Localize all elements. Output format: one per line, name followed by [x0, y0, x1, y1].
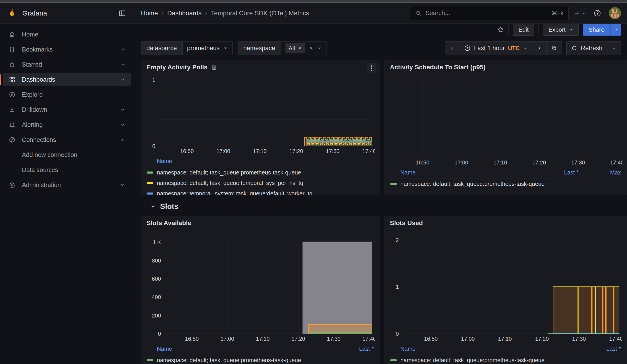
- panel-legend: NameLast *namespace: default; task_queue…: [384, 343, 627, 364]
- sidebar-item-data-sources[interactable]: Data sources: [3, 163, 131, 177]
- sidebar-toggle-icon[interactable]: [118, 9, 126, 17]
- legend-column-header[interactable]: Name: [157, 158, 374, 164]
- sidebar-item-bookmarks[interactable]: Bookmarks: [3, 43, 131, 56]
- svg-text:17:40: 17:40: [610, 159, 623, 166]
- search-icon: [416, 10, 422, 16]
- panel-header[interactable]: Slots Used: [384, 216, 627, 230]
- timezone-label: UTC: [508, 45, 520, 52]
- sidebar-item-explore[interactable]: Explore: [3, 88, 131, 101]
- namespace-chip[interactable]: All: [285, 43, 305, 53]
- svg-text:1 K: 1 K: [153, 239, 161, 245]
- sidebar-item-label: Connections: [22, 136, 56, 144]
- sidebar-item-label: Data sources: [22, 166, 58, 174]
- user-avatar[interactable]: [609, 7, 621, 19]
- gear-icon: [9, 182, 16, 188]
- breadcrumb-dashboards[interactable]: Dashboards: [167, 9, 202, 17]
- sidebar-item-add-new-connection[interactable]: Add new connection: [3, 148, 131, 161]
- svg-text:16:50: 16:50: [424, 336, 438, 342]
- share-button[interactable]: Share: [583, 24, 611, 36]
- edit-button[interactable]: Edit: [513, 24, 534, 36]
- chevron-down-icon[interactable]: [120, 47, 125, 52]
- panel-description-icon[interactable]: [211, 64, 217, 70]
- sidebar-item-home[interactable]: Home: [3, 28, 131, 41]
- legend-column-header[interactable]: Name: [157, 346, 331, 352]
- chevron-down-icon[interactable]: [120, 122, 125, 127]
- svg-text:17:00: 17:00: [455, 159, 468, 166]
- legend-row[interactable]: namespace: temporal_system; task_queue:d…: [147, 188, 374, 195]
- svg-text:16:50: 16:50: [416, 159, 429, 166]
- legend-row[interactable]: namespace: default; task_queue:temporal_…: [147, 178, 374, 188]
- panel-header[interactable]: Slots Available: [141, 216, 380, 230]
- sidebar-item-label: Administration: [22, 182, 61, 189]
- chevron-down-icon[interactable]: [120, 62, 125, 67]
- add-button[interactable]: [574, 10, 586, 17]
- chevron-down-icon: [568, 27, 573, 32]
- legend-column-header[interactable]: Last *: [331, 346, 374, 352]
- sidebar-item-label: Starred: [22, 61, 42, 68]
- share-dropdown-button[interactable]: [611, 24, 621, 36]
- zoom-out-time-button[interactable]: [546, 42, 562, 55]
- sidebar-item-label: Add new connection: [22, 152, 77, 158]
- svg-text:17:20: 17:20: [535, 336, 549, 342]
- grafana-logo-icon[interactable]: [7, 8, 17, 18]
- legend-column-header[interactable]: Name: [400, 169, 536, 176]
- panel-title: Slots Available: [146, 219, 191, 227]
- legend-column-header[interactable]: Max: [579, 169, 621, 176]
- panel-header[interactable]: Empty Activity Polls: [141, 60, 380, 74]
- legend-row[interactable]: namespace: default; task_queue:prometheu…: [390, 179, 621, 189]
- legend-column-header[interactable]: Name: [400, 346, 579, 352]
- export-button[interactable]: Export: [543, 24, 578, 36]
- time-series-chart[interactable]: 16:5017:0017:1017:2017:3017:40: [389, 75, 623, 166]
- chevron-down-icon[interactable]: [120, 77, 125, 82]
- panel-menu-button[interactable]: [367, 63, 376, 73]
- chevron-down-icon[interactable]: [120, 107, 125, 112]
- search-input[interactable]: Search... ⌘+k: [410, 6, 569, 20]
- legend-column-header[interactable]: Last *: [579, 346, 621, 352]
- time-shift-back-button[interactable]: [445, 42, 459, 55]
- time-series-chart[interactable]: 16:5017:0017:1017:2017:3017:4001: [146, 75, 375, 155]
- namespace-select[interactable]: All: [281, 42, 326, 55]
- sidebar-item-dashboards[interactable]: Dashboards: [3, 73, 131, 86]
- namespace-label: namespace: [238, 42, 281, 55]
- legend-row[interactable]: namespace: default; task_queue:prometheu…: [147, 167, 374, 178]
- chevron-down-icon[interactable]: [120, 182, 125, 188]
- datasource-select[interactable]: prometheus: [182, 42, 233, 55]
- panel-legend: NameLast *Maxnamespace: default; task_qu…: [384, 166, 627, 189]
- refresh-interval-dropdown[interactable]: [607, 42, 621, 55]
- chevron-up-icon[interactable]: [120, 137, 125, 142]
- clock-icon: [464, 45, 471, 52]
- sidebar-item-label: Explore: [22, 91, 43, 98]
- variables-row: datasource prometheus namespace All: [133, 36, 627, 60]
- navbar-actions: [574, 7, 621, 19]
- connections-icon: [9, 136, 16, 143]
- time-shift-forward-button[interactable]: [532, 42, 546, 55]
- sidebar-item-administration[interactable]: Administration: [3, 178, 131, 192]
- svg-text:1: 1: [152, 77, 155, 83]
- star-dashboard-button[interactable]: [497, 26, 504, 33]
- time-range-picker[interactable]: Last 1 hour UTC: [459, 42, 532, 55]
- row-slots-header[interactable]: Slots: [141, 195, 627, 216]
- legend-row[interactable]: namespace: default; task_queue:prometheu…: [390, 355, 621, 364]
- sidebar-item-starred[interactable]: Starred: [3, 58, 131, 71]
- panel-empty-activity-polls: Empty Activity Polls 16:5017:0017:1017:2…: [141, 60, 380, 195]
- legend-row[interactable]: namespace: default; task_queue:prometheu…: [147, 355, 374, 364]
- svg-text:17:30: 17:30: [571, 159, 585, 166]
- series-label: namespace: default; task_queue:prometheu…: [400, 357, 544, 364]
- time-series-chart[interactable]: 16:5017:0017:1017:2017:3017:40012: [389, 231, 622, 343]
- chevron-down-icon: [614, 27, 618, 32]
- help-button[interactable]: [593, 9, 601, 17]
- panel-header[interactable]: Activity Schedule To Start (p95): [384, 60, 627, 74]
- breadcrumb-home[interactable]: Home: [141, 9, 158, 17]
- time-series-chart[interactable]: 16:5017:0017:1017:2017:3017:400200400600…: [146, 231, 375, 343]
- refresh-button[interactable]: Refresh: [567, 42, 607, 55]
- sidebar-item-drilldown[interactable]: Drilldown: [3, 103, 131, 116]
- dashboards-grid-icon: [9, 76, 16, 83]
- sidebar-item-alerting[interactable]: Alerting: [3, 118, 131, 131]
- sidebar-item-connections[interactable]: Connections: [3, 133, 131, 146]
- navbar-main: Home › Dashboards › Temporal Core SDK (O…: [133, 3, 627, 23]
- legend-column-header[interactable]: Last *: [536, 169, 579, 176]
- drilldown-icon: [9, 106, 16, 113]
- svg-text:200: 200: [152, 312, 161, 319]
- svg-text:17:30: 17:30: [326, 148, 339, 154]
- series-color-dash: [147, 171, 153, 174]
